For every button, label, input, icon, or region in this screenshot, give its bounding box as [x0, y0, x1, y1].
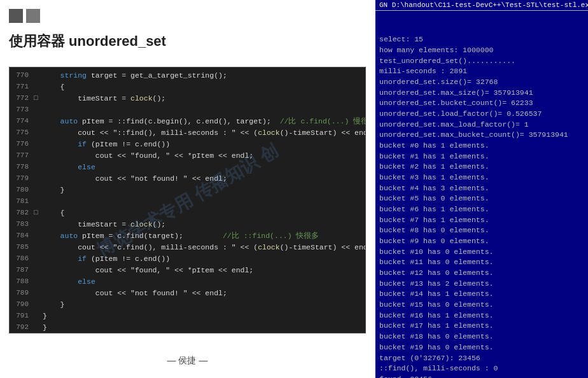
line-marker: □ — [34, 207, 43, 218]
terminal-line: bucket #14 has 1 elements. — [379, 289, 584, 300]
line-number: 773 — [10, 104, 34, 115]
line-code: cout << "not found! " << endl; — [43, 288, 365, 299]
line-code: } — [43, 185, 365, 196]
terminal-line: unordered_set.max_size()= 357913941 — [379, 88, 584, 99]
line-marker: □ — [34, 93, 43, 104]
line-code: auto pItem = ::find(c.begin(), c.end(), … — [43, 116, 366, 127]
terminal-line: test_unordered_set()........... — [379, 56, 584, 67]
line-code: cout << "c.find(), milli-seconds : " << … — [43, 242, 366, 253]
slide-title: 使用容器 unordered_set — [9, 32, 166, 51]
code-line: 787 cout << "found, " << *pItem << endl; — [10, 265, 365, 276]
slide-panel: 使用容器 unordered_set 770 string target = g… — [0, 0, 375, 378]
line-number: 775 — [10, 127, 34, 138]
line-number: 783 — [10, 219, 34, 230]
terminal-line: found, 23456 — [379, 374, 584, 378]
code-line: 779 cout << "not found! " << endl; — [10, 173, 365, 185]
line-code: auto pItem = c.find(target); //比 ::find(… — [43, 230, 365, 242]
code-line: 770 string target = get_a_target_string(… — [10, 70, 365, 81]
code-line: 790 } — [10, 299, 365, 311]
code-line: 774 auto pItem = ::find(c.begin(), c.end… — [10, 116, 365, 127]
terminal-line: bucket #9 has 0 elements. — [379, 236, 584, 247]
decorative-squares — [9, 9, 40, 23]
code-line: 785 cout << "c.find(), milli-seconds : "… — [10, 242, 365, 253]
line-code: cout << "found, " << *pItem << endl; — [43, 150, 365, 162]
terminal-line: select: 15 — [379, 34, 584, 45]
terminal-line: bucket #8 has 0 elements. — [379, 225, 584, 236]
terminal-line: unordered_set.max_load_factor()= 1 — [379, 120, 584, 130]
terminal-line: bucket #11 has 0 elements. — [379, 257, 584, 268]
code-line: 788 else — [10, 276, 365, 288]
code-line: 780 } — [10, 185, 365, 196]
terminal-line: bucket #2 has 1 elements. — [379, 162, 584, 172]
slide-footer: — 侯捷 — — [0, 355, 375, 367]
code-line: 786 if (pItem != c.end()) — [10, 253, 365, 265]
line-code: else — [43, 276, 365, 288]
terminal-titlebar: GN D:\handout\C11-test-DevC++\Test-STL\t… — [375, 0, 588, 11]
terminal-line: bucket #15 has 0 elements. — [379, 300, 584, 311]
code-container: 770 string target = get_a_target_string(… — [9, 67, 366, 333]
terminal-line: bucket #3 has 1 elements. — [379, 172, 584, 183]
line-number: 782 — [10, 207, 34, 218]
terminal-panel: GN D:\handout\C11-test-DevC++\Test-STL\t… — [375, 0, 588, 378]
code-line: 777 cout << "found, " << *pItem << endl; — [10, 150, 365, 162]
line-number: 788 — [10, 276, 34, 287]
line-code: } — [43, 311, 365, 322]
line-code: else — [43, 162, 365, 173]
code-line: 792} — [10, 322, 365, 333]
terminal-line: bucket #19 has 0 elements. — [379, 342, 584, 353]
code-line: 772□ timeStart = clock(); — [10, 93, 365, 104]
line-code: timeStart = clock(); — [43, 93, 365, 104]
terminal-line: target (0'32767): 23456 — [379, 353, 584, 364]
line-code: if (pItem != c.end()) — [43, 139, 365, 150]
line-code: cout << "::find(), milli-seconds : " << … — [43, 127, 366, 139]
terminal-line: unordered_set.bucket_count()= 62233 — [379, 98, 584, 109]
line-code: { — [43, 207, 365, 219]
terminal-line: bucket #5 has 0 elements. — [379, 193, 584, 204]
sq2 — [26, 9, 40, 23]
code-line: 773 — [10, 104, 365, 116]
code-line: 784 auto pItem = c.find(target); //比 ::f… — [10, 230, 365, 242]
line-number: 778 — [10, 162, 34, 172]
line-number: 792 — [10, 322, 34, 333]
line-number: 786 — [10, 253, 34, 264]
line-code: string target = get_a_target_string(); — [43, 70, 365, 81]
line-number: 785 — [10, 242, 34, 253]
terminal-line: bucket #10 has 0 elements. — [379, 247, 584, 258]
line-code: cout << "not found! " << endl; — [43, 173, 365, 185]
terminal-line: bucket #4 has 3 elements. — [379, 183, 584, 194]
line-code: } — [43, 322, 365, 333]
line-number: 779 — [10, 173, 34, 184]
terminal-line: how many elements: 1000000 — [379, 45, 584, 56]
line-number: 774 — [10, 116, 34, 127]
code-line: 776 if (pItem != c.end()) — [10, 139, 365, 150]
line-number: 776 — [10, 139, 34, 150]
terminal-line: bucket #17 has 1 elements. — [379, 321, 584, 332]
code-line: 781 — [10, 196, 365, 207]
code-line: 775 cout << "::find(), milli-seconds : "… — [10, 127, 365, 139]
terminal-line: bucket #6 has 1 elements. — [379, 204, 584, 215]
terminal-line: unordered_set.size()= 32768 — [379, 77, 584, 88]
code-line: 783 timeStart = clock(); — [10, 219, 365, 230]
line-number: 771 — [10, 81, 34, 92]
line-number: 770 — [10, 70, 34, 81]
line-number: 789 — [10, 288, 34, 298]
terminal-line: bucket #18 has 0 elements. — [379, 332, 584, 342]
line-number: 777 — [10, 150, 34, 161]
code-line: 771 { — [10, 81, 365, 93]
line-number: 772 — [10, 93, 34, 104]
terminal-line: bucket #16 has 1 elements. — [379, 311, 584, 321]
terminal-line: bucket #12 has 0 elements. — [379, 268, 584, 279]
line-number: 784 — [10, 230, 34, 241]
code-block: 770 string target = get_a_target_string(… — [10, 67, 365, 333]
terminal-line: milli-seconds : 2891 — [379, 66, 584, 77]
line-code: { — [43, 81, 365, 93]
sq1 — [9, 9, 23, 23]
line-number: 781 — [10, 196, 34, 207]
code-line: 789 cout << "not found! " << endl; — [10, 288, 365, 299]
line-number: 790 — [10, 299, 34, 310]
code-line: 782□ { — [10, 207, 365, 219]
terminal-line: bucket #7 has 1 elements. — [379, 215, 584, 226]
line-number: 780 — [10, 185, 34, 195]
line-code: timeStart = clock(); — [43, 219, 365, 230]
line-code: } — [43, 299, 365, 311]
